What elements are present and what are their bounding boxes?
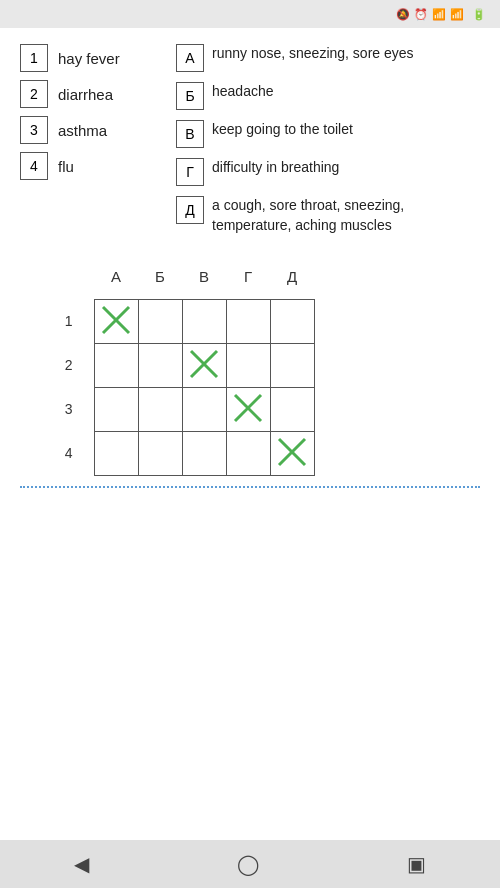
table-row: 1	[50, 299, 314, 343]
letter-box: А	[176, 44, 204, 72]
status-icons: 🔕 ⏰ 📶 📶 🔋	[396, 8, 490, 21]
grid-cell[interactable]	[138, 431, 182, 475]
letter-box: Д	[176, 196, 204, 224]
left-item: 1 hay fever	[20, 44, 160, 72]
grid-row-header: 4	[50, 431, 94, 475]
left-item: 4 flu	[20, 152, 160, 180]
grid-corner	[50, 255, 94, 299]
grid-row-header: 1	[50, 299, 94, 343]
section-divider	[20, 486, 480, 488]
condition-label: hay fever	[58, 50, 120, 67]
grid-col-header: Б	[138, 255, 182, 299]
grid-col-header: Д	[270, 255, 314, 299]
grid-cell[interactable]	[270, 299, 314, 343]
left-item: 3 asthma	[20, 116, 160, 144]
check-mark-icon	[275, 435, 309, 469]
number-box: 4	[20, 152, 48, 180]
letter-box: В	[176, 120, 204, 148]
grid-cell[interactable]	[270, 431, 314, 475]
grid-cell[interactable]	[94, 343, 138, 387]
grid-col-header: А	[94, 255, 138, 299]
grid-cell[interactable]	[226, 343, 270, 387]
check-mark-icon	[99, 303, 133, 337]
signal-icon: 📶	[450, 8, 464, 21]
right-item: В keep going to the toilet	[176, 120, 480, 148]
grid-cell[interactable]	[226, 299, 270, 343]
grid-cell[interactable]	[182, 299, 226, 343]
nav-bar: ◀ ◯ ▣	[0, 840, 500, 888]
grid-section: АБВГД1 2 3 4	[20, 255, 480, 476]
grid-cell[interactable]	[138, 387, 182, 431]
left-item: 2 diarrhea	[20, 80, 160, 108]
back-icon[interactable]: ◀	[74, 852, 89, 876]
grid-row-header: 2	[50, 343, 94, 387]
number-box: 1	[20, 44, 48, 72]
grid-cell[interactable]	[94, 387, 138, 431]
matching-section: 1 hay fever 2 diarrhea 3 asthma 4 flu А …	[20, 44, 480, 235]
right-item: А runny nose, sneezing, sore eyes	[176, 44, 480, 72]
grid-cell[interactable]	[138, 299, 182, 343]
grid-cell[interactable]	[94, 431, 138, 475]
table-row: 3	[50, 387, 314, 431]
grid-cell[interactable]	[94, 299, 138, 343]
grid-cell[interactable]	[226, 431, 270, 475]
letter-box: Г	[176, 158, 204, 186]
main-content: 1 hay fever 2 diarrhea 3 asthma 4 flu А …	[0, 28, 500, 840]
alarm-icon: ⏰	[414, 8, 428, 21]
right-column: А runny nose, sneezing, sore eyes Б head…	[176, 44, 480, 235]
grid-cell[interactable]	[138, 343, 182, 387]
symptom-text: keep going to the toilet	[212, 120, 353, 140]
number-box: 3	[20, 116, 48, 144]
answer-grid: АБВГД1 2 3 4	[50, 255, 315, 476]
right-item: Б headache	[176, 82, 480, 110]
condition-label: flu	[58, 158, 74, 175]
mute-icon: 🔕	[396, 8, 410, 21]
grid-cell[interactable]	[270, 387, 314, 431]
grid-cell[interactable]	[182, 343, 226, 387]
grid-row-header: 3	[50, 387, 94, 431]
table-row: 2	[50, 343, 314, 387]
symptom-text: difficulty in breathing	[212, 158, 339, 178]
symptom-text: a cough, sore throat, sneezing, temperat…	[212, 196, 480, 235]
battery-icon: 🔋	[472, 8, 486, 21]
grid-cell[interactable]	[226, 387, 270, 431]
grid-cell[interactable]	[182, 431, 226, 475]
grid-cell[interactable]	[270, 343, 314, 387]
grid-col-header: Г	[226, 255, 270, 299]
check-mark-icon	[231, 391, 265, 425]
symptom-text: headache	[212, 82, 274, 102]
grid-cell[interactable]	[182, 387, 226, 431]
home-icon[interactable]: ◯	[237, 852, 259, 876]
condition-label: asthma	[58, 122, 107, 139]
recents-icon[interactable]: ▣	[407, 852, 426, 876]
left-column: 1 hay fever 2 diarrhea 3 asthma 4 flu	[20, 44, 160, 235]
grid-col-header: В	[182, 255, 226, 299]
status-bar: 🔕 ⏰ 📶 📶 🔋	[0, 0, 500, 28]
symptom-text: runny nose, sneezing, sore eyes	[212, 44, 414, 64]
condition-label: diarrhea	[58, 86, 113, 103]
check-mark-icon	[187, 347, 221, 381]
table-row: 4	[50, 431, 314, 475]
letter-box: Б	[176, 82, 204, 110]
right-item: Г difficulty in breathing	[176, 158, 480, 186]
right-item: Д a cough, sore throat, sneezing, temper…	[176, 196, 480, 235]
wifi-icon: 📶	[432, 8, 446, 21]
number-box: 2	[20, 80, 48, 108]
